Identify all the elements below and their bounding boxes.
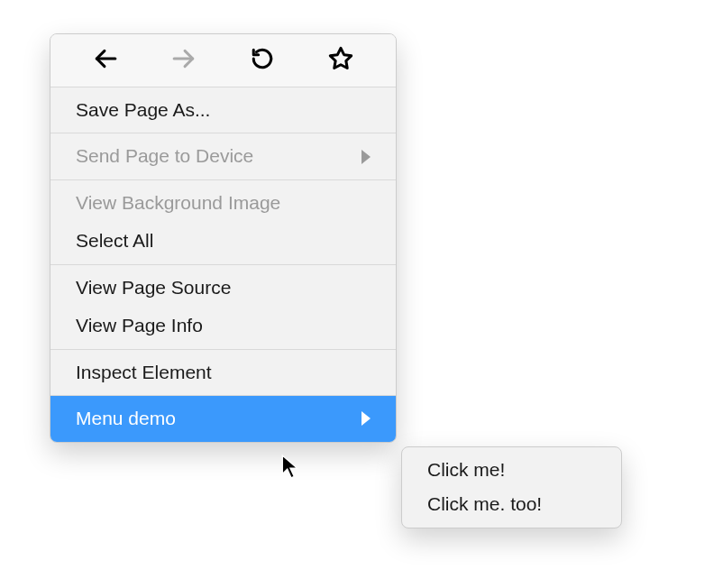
submenu-item-click-me[interactable]: Click me! [402, 453, 621, 487]
menu-item-label: Select All [76, 227, 153, 254]
menu-item-label: View Background Image [76, 189, 280, 216]
chevron-right-icon [362, 150, 371, 164]
forward-button [170, 47, 197, 74]
menu-item-view-page-source[interactable]: View Page Source [50, 265, 396, 307]
menu-item-label: View Page Info [76, 312, 203, 339]
menu-item-view-background-image: View Background Image [50, 180, 396, 222]
toolbar-row [50, 34, 396, 87]
menu-item-view-page-info[interactable]: View Page Info [50, 307, 396, 348]
menu-item-save-page-as[interactable]: Save Page As... [50, 87, 396, 133]
submenu-item-click-me-too[interactable]: Click me. too! [402, 487, 621, 521]
menu-item-send-page-to-device: Send Page to Device [50, 133, 396, 179]
menu-item-label: Save Page As... [76, 96, 210, 124]
back-arrow-icon [94, 47, 117, 74]
reload-icon [251, 47, 274, 74]
reload-button[interactable] [249, 47, 276, 74]
star-icon [328, 46, 353, 75]
menu-item-menu-demo[interactable]: Menu demo [50, 396, 396, 441]
menu-item-label: Inspect Element [76, 359, 212, 386]
cursor-pointer-icon [281, 455, 301, 483]
menu-item-label: Send Page to Device [76, 142, 253, 170]
menu-item-label: Click me. too! [427, 493, 542, 514]
menu-item-select-all[interactable]: Select All [50, 222, 396, 263]
menu-item-label: View Page Source [76, 274, 231, 301]
forward-arrow-icon [172, 47, 196, 74]
menu-item-inspect-element[interactable]: Inspect Element [50, 350, 396, 395]
menu-item-label: Click me! [427, 459, 505, 480]
back-button[interactable] [92, 47, 119, 74]
bookmark-button[interactable] [327, 47, 354, 74]
submenu-menu-demo: Click me! Click me. too! [401, 446, 622, 528]
svg-marker-2 [330, 48, 351, 68]
menu-item-label: Menu demo [76, 405, 176, 432]
chevron-right-icon [362, 411, 371, 426]
context-menu: Save Page As... Send Page to Device View… [50, 33, 397, 443]
